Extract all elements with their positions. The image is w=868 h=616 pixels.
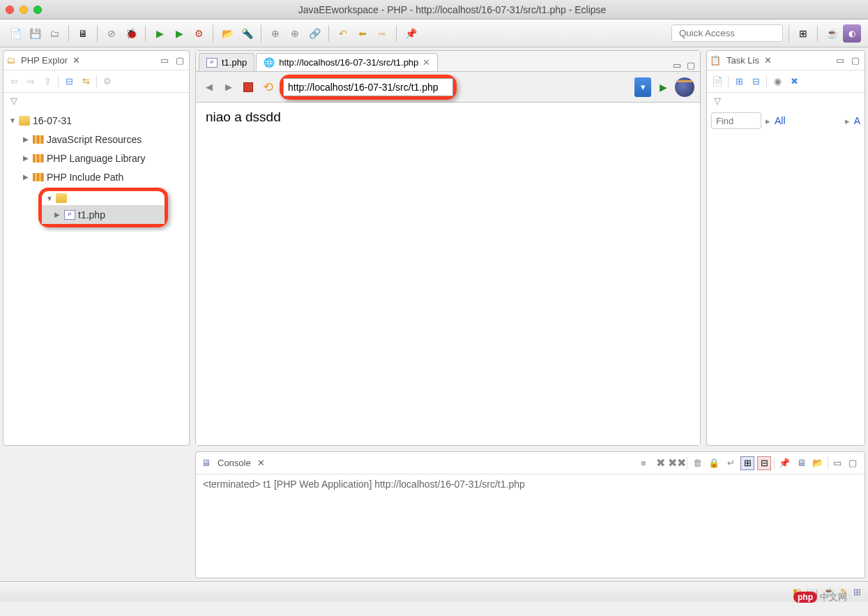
minimize-editor-icon[interactable]: ▭ <box>671 59 683 71</box>
show-console-red-icon[interactable]: ⊟ <box>757 456 771 470</box>
view-menu-icon[interactable]: ▽ <box>8 94 20 107</box>
project-node[interactable]: ▼ 16-07-31 <box>3 111 189 130</box>
close-view-icon[interactable]: ✕ <box>70 54 83 67</box>
expand-icon[interactable]: ▼ <box>46 195 53 202</box>
forward-nav-icon[interactable]: ⇨ <box>24 75 37 88</box>
url-dropdown-icon[interactable]: ▾ <box>634 77 651 97</box>
run-button[interactable]: ▶ <box>151 25 168 42</box>
prev-edit-button[interactable]: ↶ <box>335 25 351 42</box>
remove-launch-icon[interactable]: ✖ <box>653 456 667 470</box>
tasks-find-row: ▸ All ▸ A <box>707 108 865 133</box>
terminate-icon[interactable]: ■ <box>637 456 650 470</box>
debug-button[interactable]: 🐞 <box>123 25 139 42</box>
remove-all-launch-icon[interactable]: ✖✖ <box>670 456 684 470</box>
browser-go-icon[interactable]: ▶ <box>655 80 671 95</box>
divider <box>789 25 789 42</box>
tree-item[interactable]: ▶ PHP Language Library <box>3 149 189 167</box>
file-node[interactable]: ▶ P t1.php <box>42 205 165 224</box>
expand-icon[interactable]: ▶ <box>23 154 30 162</box>
view-menu-icon[interactable]: ▽ <box>711 94 724 107</box>
php-perspective-icon[interactable]: ◐ <box>843 24 861 43</box>
scroll-lock-icon[interactable]: 🔒 <box>707 456 721 470</box>
filter-icon[interactable]: ⚙ <box>101 75 114 88</box>
divider <box>817 25 818 42</box>
new-button[interactable]: 📄 <box>7 25 24 42</box>
divider <box>213 25 213 42</box>
display-console-icon[interactable]: 🖥 <box>794 456 808 470</box>
pin-button[interactable]: 📌 <box>402 25 419 42</box>
open-type-button[interactable]: ⊕ <box>267 25 284 42</box>
new-task-icon[interactable]: 📄 <box>711 75 724 88</box>
back-button[interactable]: ⬅ <box>354 25 371 42</box>
maximize-editor-icon[interactable]: ▢ <box>685 59 697 71</box>
tree-label: PHP Include Path <box>47 172 123 183</box>
browser-back-icon[interactable]: ◀ <box>201 80 217 95</box>
expand-icon[interactable]: ▶ <box>23 135 30 143</box>
status-icon[interactable]: ⊞ <box>853 587 861 597</box>
tab-label: http://localhost/16-07-31/src/t1.php <box>279 57 418 68</box>
expand-icon[interactable]: ▶ <box>54 211 61 218</box>
find-input[interactable] <box>711 112 761 129</box>
library-icon <box>33 135 44 144</box>
up-nav-icon[interactable]: ⇧ <box>41 75 54 88</box>
activate-link[interactable]: A <box>854 115 860 126</box>
collapse-all-icon[interactable]: ⊟ <box>63 75 75 88</box>
browser-refresh-icon[interactable]: ⟲ <box>260 80 275 95</box>
console-header: 🖥 Console ✕ ■ ✖ ✖✖ 🗑 🔒 ↵ ⊞ ⊟ 📌 🖥 📂 ▭ ▢ <box>196 452 865 474</box>
close-view-icon[interactable]: ✕ <box>762 54 775 67</box>
link-button[interactable]: 🔗 <box>306 25 323 42</box>
close-tab-icon[interactable]: ✕ <box>422 57 430 68</box>
chevron-right-icon[interactable]: ▸ <box>845 116 850 126</box>
tab-browser[interactable]: 🌐 http://localhost/16-07-31/src/t1.php ✕ <box>256 53 438 71</box>
external-tools-button[interactable]: ⚙ <box>190 25 207 42</box>
pin-console-icon[interactable]: 📌 <box>777 456 791 470</box>
eclipse-icon <box>675 77 694 97</box>
minimize-view-icon[interactable]: ▭ <box>831 457 844 469</box>
expand-icon[interactable]: ▼ <box>9 117 16 124</box>
forward-button[interactable]: ➡ <box>374 25 390 42</box>
open-console-icon[interactable]: 📂 <box>811 456 825 470</box>
src-folder-node[interactable]: ▼ src <box>42 191 165 205</box>
run-last-button[interactable]: ▶ <box>171 25 188 42</box>
close-window-icon[interactable] <box>6 6 14 14</box>
divider <box>328 25 329 42</box>
browser-stop-icon[interactable] <box>241 80 256 95</box>
terminal-button[interactable]: 🖥 <box>75 25 91 42</box>
maximize-view-icon[interactable]: ▢ <box>174 54 186 67</box>
divider <box>97 25 98 42</box>
quick-access-input[interactable] <box>671 24 783 42</box>
schedule-icon[interactable]: ⊟ <box>749 75 762 88</box>
focus-icon[interactable]: ◉ <box>771 75 784 88</box>
bottom-left-spacer <box>3 451 190 578</box>
word-wrap-icon[interactable]: ↵ <box>724 456 738 470</box>
browser-forward-icon[interactable]: ▶ <box>221 80 236 95</box>
maximize-window-icon[interactable] <box>33 6 42 14</box>
open-button[interactable]: 📂 <box>219 25 236 42</box>
minimize-window-icon[interactable] <box>20 6 28 14</box>
tab-file[interactable]: P t1.php <box>199 53 254 71</box>
all-link[interactable]: All <box>775 115 786 126</box>
maximize-view-icon[interactable]: ▢ <box>849 54 862 67</box>
clear-console-icon[interactable]: 🗑 <box>690 456 704 470</box>
search-button[interactable]: 🔦 <box>238 25 255 42</box>
close-view-icon[interactable]: ✕ <box>255 457 268 469</box>
filter-icon[interactable]: ✖ <box>788 75 800 88</box>
back-nav-icon[interactable]: ⇦ <box>8 75 20 88</box>
skip-breakpoints-button[interactable]: ⊘ <box>103 25 120 42</box>
open-task-button[interactable]: ⊕ <box>287 25 303 42</box>
url-input[interactable] <box>283 78 453 96</box>
link-editor-icon[interactable]: ⇆ <box>79 75 92 88</box>
minimize-view-icon[interactable]: ▭ <box>158 54 171 67</box>
save-button[interactable]: 💾 <box>26 25 43 42</box>
tree-item[interactable]: ▶ JavaScript Resources <box>3 130 189 149</box>
save-all-button[interactable]: 🗂 <box>46 25 63 42</box>
categorize-icon[interactable]: ⊞ <box>733 75 745 88</box>
chevron-right-icon[interactable]: ▸ <box>766 116 770 126</box>
tree-item[interactable]: ▶ PHP Include Path <box>3 167 189 186</box>
expand-icon[interactable]: ▶ <box>23 173 30 181</box>
perspective-button[interactable]: ⊞ <box>795 25 812 42</box>
java-perspective-icon[interactable]: ☕ <box>823 25 840 42</box>
minimize-view-icon[interactable]: ▭ <box>834 54 846 67</box>
show-console-icon[interactable]: ⊞ <box>740 456 754 470</box>
maximize-view-icon[interactable]: ▢ <box>846 457 859 469</box>
